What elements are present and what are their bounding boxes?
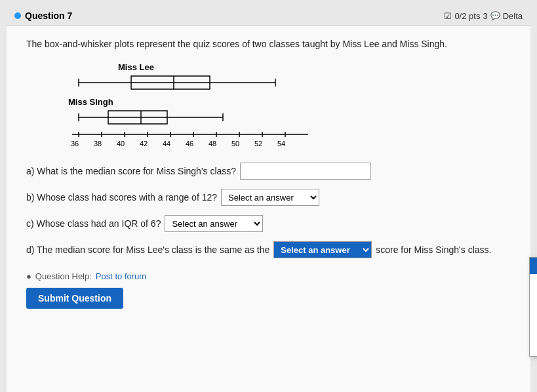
dropdown-item-median[interactable]: median <box>530 307 537 323</box>
questions-section: a) What is the median score for Miss Sin… <box>26 163 511 258</box>
dropdown-item-upper-quartile[interactable]: upper quartile <box>530 323 537 340</box>
question-d-select[interactable]: Select an answer minimum lower quartile … <box>273 241 372 258</box>
header-right: ☑ 0/2 pts 3 💬 Delta <box>444 11 523 21</box>
bullet-icon <box>14 12 21 19</box>
dropdown-item-select[interactable]: Select an answer <box>530 258 537 274</box>
question-a-input[interactable] <box>240 163 371 180</box>
question-d-text-before: d) The median score for Miss Lee's class… <box>26 245 269 255</box>
question-d-text-after: score for Miss Singh's class. <box>376 245 491 255</box>
question-a-text: a) What is the median score for Miss Sin… <box>26 166 236 176</box>
question-c-text: c) Whose class had an IQR of 6? <box>26 218 161 229</box>
svg-text:44: 44 <box>163 140 170 147</box>
question-title: Question 7 <box>25 10 72 21</box>
miss-singh-svg <box>66 108 302 127</box>
question-b-text: b) Whose class had scores with a range o… <box>26 192 217 203</box>
header-bar: Question 7 ☑ 0/2 pts 3 💬 Delta <box>7 7 530 26</box>
question-b-select[interactable]: Select an answer Miss Lee Miss Singh <box>221 189 319 206</box>
help-icon: ● <box>26 271 31 281</box>
chat-icon: 💬 <box>490 11 500 20</box>
submit-button[interactable]: Submit Question <box>26 288 123 309</box>
miss-singh-label: Miss Singh <box>68 97 511 107</box>
axis-svg: 36 38 40 42 44 46 48 50 52 54 <box>66 132 315 147</box>
svg-text:46: 46 <box>186 140 193 147</box>
question-a-row: a) What is the median score for Miss Sin… <box>26 163 511 180</box>
question-label: Question 7 <box>14 10 72 21</box>
question-c-select[interactable]: Select an answer Miss Lee Miss Singh <box>165 215 263 232</box>
miss-lee-plot <box>66 73 511 92</box>
submit-row: Submit Question <box>26 288 511 309</box>
question-help: ● Question Help: Post to forum <box>26 271 146 281</box>
question-d-row: d) The median score for Miss Lee's class… <box>26 241 511 258</box>
svg-text:54: 54 <box>277 140 285 147</box>
svg-text:38: 38 <box>94 140 102 147</box>
score-value: 0/2 pts <box>454 11 480 21</box>
miss-singh-plot <box>66 108 511 127</box>
dropdown-item-minimum[interactable]: minimum <box>530 274 537 290</box>
main-content: The box-and-whisker plots represent the … <box>7 26 530 392</box>
delta-label: Delta <box>503 11 523 21</box>
post-forum-link[interactable]: Post to forum <box>96 271 146 281</box>
attempts-value: 3 <box>483 11 487 21</box>
question-b-row: b) Whose class had scores with a range o… <box>26 189 511 206</box>
page-container: Question 7 ☑ 0/2 pts 3 💬 Delta The box-a… <box>7 7 530 392</box>
plot-area: Miss Lee Miss Singh <box>66 62 511 149</box>
check-icon: ☑ <box>444 11 452 21</box>
dropdown-item-maximum[interactable]: maximum <box>530 340 537 356</box>
footer-section: ● Question Help: Post to forum <box>26 271 511 281</box>
svg-text:42: 42 <box>140 140 148 147</box>
svg-text:36: 36 <box>71 140 79 147</box>
problem-statement: The box-and-whisker plots represent the … <box>26 39 511 49</box>
svg-text:52: 52 <box>254 140 262 147</box>
miss-lee-svg <box>66 73 302 92</box>
dropdown-overlay: Select an answer minimum lower quartile … <box>529 257 537 357</box>
miss-lee-label: Miss Lee <box>118 62 511 72</box>
svg-text:48: 48 <box>209 140 216 147</box>
dropdown-item-lower-quartile[interactable]: lower quartile <box>530 290 537 307</box>
svg-text:50: 50 <box>231 140 239 147</box>
score-badge: ☑ 0/2 pts 3 💬 Delta <box>444 11 523 21</box>
help-label: Question Help: <box>35 271 92 281</box>
svg-text:40: 40 <box>117 140 125 147</box>
question-d-dropdown-container: Select an answer minimum lower quartile … <box>273 241 372 258</box>
question-c-row: c) Whose class had an IQR of 6? Select a… <box>26 215 511 232</box>
